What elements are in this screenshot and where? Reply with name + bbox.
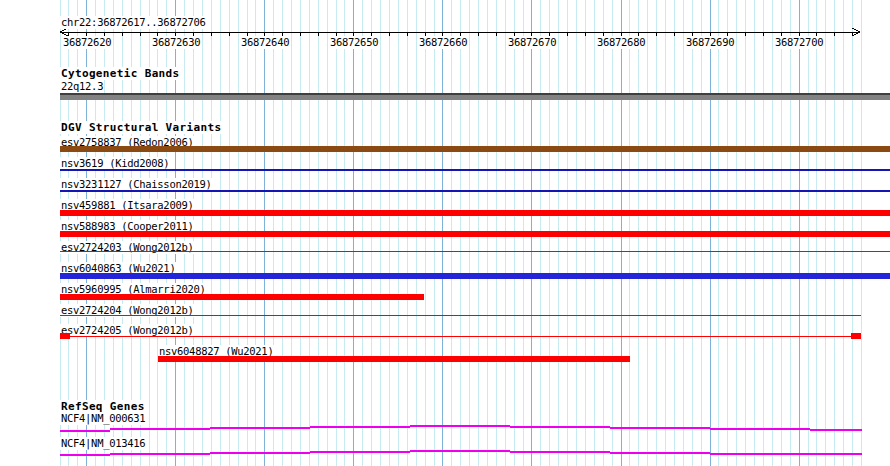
variant-bar[interactable]	[60, 273, 890, 279]
gene-model-line-segment[interactable]	[810, 453, 862, 455]
section-header-cytogenetic: Cytogenetic Bands	[60, 67, 181, 80]
gene-model-line-segment[interactable]	[710, 428, 810, 430]
gene-model-line-segment[interactable]	[410, 450, 510, 452]
variant-bar[interactable]	[60, 190, 890, 192]
gene-model-line-segment[interactable]	[610, 452, 710, 454]
gene-model-line-segment[interactable]	[60, 430, 110, 432]
ruler-tick-label: 36872660	[418, 36, 468, 49]
variant-bar[interactable]	[60, 169, 890, 171]
ruler-tick-label: 36872650	[329, 36, 379, 49]
ruler-tick-label: 36872640	[240, 36, 290, 49]
gene-model-line-segment[interactable]	[210, 427, 310, 429]
variant-bar[interactable]	[60, 315, 861, 316]
gene-model-line-segment[interactable]	[510, 451, 610, 453]
gbrowse-details-panel: chr22:36872617..36872706 Cytogenetic Ban…	[0, 0, 890, 466]
gene-model-line-segment[interactable]	[810, 429, 862, 431]
variant-bar[interactable]	[60, 336, 861, 337]
variant-bar[interactable]	[60, 146, 890, 152]
variant-breakpoint-block[interactable]	[60, 333, 70, 339]
cytoband-bar[interactable]	[60, 93, 890, 100]
ruler-tick-label: 36872620	[62, 36, 112, 49]
variant-bar[interactable]	[60, 251, 890, 252]
gene-model-line-segment[interactable]	[310, 451, 410, 453]
region-title: chr22:36872617..36872706	[60, 16, 207, 29]
ruler-tick-label: 36872690	[685, 36, 735, 49]
gene-model-line-segment[interactable]	[110, 428, 210, 430]
ruler-tick-label: 36872670	[507, 36, 557, 49]
gene-model-line-segment[interactable]	[210, 452, 310, 454]
variant-bar[interactable]	[158, 356, 630, 362]
gene-model-line-segment[interactable]	[110, 453, 210, 455]
ruler-tick-label: 36872700	[774, 36, 824, 49]
variant-breakpoint-block[interactable]	[851, 333, 861, 339]
variant-bar[interactable]	[60, 210, 890, 216]
gene-model-line-segment[interactable]	[410, 425, 510, 427]
ruler-tick-label: 36872630	[151, 36, 201, 49]
cytoband-label: 22q12.3	[60, 80, 104, 93]
gene-model-line-segment[interactable]	[60, 454, 110, 456]
section-header-dgv: DGV Structural Variants	[60, 121, 222, 134]
ruler-tick-label: 36872680	[596, 36, 646, 49]
variant-label[interactable]: esv2724203 (Wong2012b)	[60, 241, 194, 254]
variant-bar[interactable]	[60, 231, 890, 237]
gene-model-line-segment[interactable]	[510, 426, 610, 428]
gene-model-line-segment[interactable]	[310, 426, 410, 428]
gene-label[interactable]: NCF4|NM_000631	[60, 412, 146, 425]
variant-bar[interactable]	[60, 294, 424, 300]
gene-label[interactable]: NCF4|NM_013416	[60, 437, 146, 450]
gene-model-line-segment[interactable]	[710, 453, 810, 455]
gene-model-line-segment[interactable]	[610, 427, 710, 429]
